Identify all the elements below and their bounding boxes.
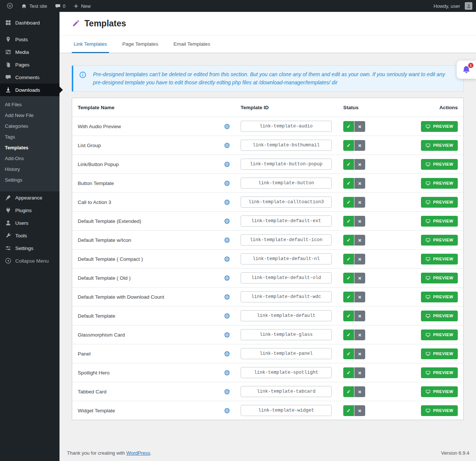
preview-button[interactable]: PREVIEW [421, 178, 458, 189]
status-inactive-button[interactable]: × [354, 216, 365, 227]
tab-link-templates[interactable]: Link Templates [72, 36, 109, 53]
sidebar-item-tools[interactable]: Tools [0, 229, 60, 242]
sidebar-item-media[interactable]: Media [0, 46, 60, 58]
submenu-item-add-new-file[interactable]: Add New File [0, 110, 60, 121]
preview-button[interactable]: PREVIEW [421, 121, 458, 132]
status-active-button[interactable]: ✓ [343, 367, 354, 378]
template-id-input[interactable] [241, 386, 332, 397]
status-active-button[interactable]: ✓ [343, 405, 354, 416]
preview-button[interactable]: PREVIEW [421, 329, 458, 340]
preview-button[interactable]: PREVIEW [421, 140, 458, 151]
sidebar-item-collapse-menu[interactable]: Collapse Menu [0, 254, 60, 267]
tab-email-templates[interactable]: Email Templates [171, 36, 212, 53]
status-inactive-button[interactable]: × [354, 121, 365, 132]
template-id-input[interactable] [241, 405, 332, 416]
tab-page-templates[interactable]: Page Templates [120, 36, 160, 53]
template-id-input[interactable] [241, 121, 332, 132]
status-inactive-button[interactable]: × [354, 367, 365, 378]
status-inactive-button[interactable]: × [354, 311, 365, 321]
preview-button[interactable]: PREVIEW [421, 273, 458, 283]
status-active-button[interactable]: ✓ [343, 121, 354, 132]
status-inactive-button[interactable]: × [354, 140, 365, 151]
sidebar-item-appearance[interactable]: Appearance [0, 191, 60, 204]
template-id-input[interactable] [241, 234, 332, 246]
status-toggle: ✓ × [343, 367, 365, 378]
howdy-account-link[interactable]: Howdy, user [430, 0, 472, 12]
sidebar-item-pages[interactable]: Pages [0, 58, 60, 71]
status-inactive-button[interactable]: × [354, 254, 365, 264]
globe-icon [224, 180, 230, 186]
status-inactive-button[interactable]: × [354, 329, 365, 340]
preview-button[interactable]: PREVIEW [421, 197, 458, 208]
template-id-input[interactable] [241, 272, 332, 283]
preview-button[interactable]: PREVIEW [421, 216, 458, 227]
status-active-button[interactable]: ✓ [343, 140, 354, 151]
template-id-input[interactable] [241, 215, 332, 227]
comments-admin-link[interactable]: 0 [51, 0, 69, 12]
template-id-input[interactable] [241, 348, 332, 359]
template-id-input[interactable] [241, 178, 332, 189]
status-inactive-button[interactable]: × [354, 197, 365, 208]
submenu-item-settings[interactable]: Settings [0, 175, 60, 185]
status-toggle: ✓ × [343, 311, 365, 321]
sidebar-item-posts[interactable]: Posts [0, 33, 60, 46]
sidebar-item-users[interactable]: Users [0, 217, 60, 229]
status-inactive-button[interactable]: × [354, 178, 365, 189]
status-inactive-button[interactable]: × [354, 386, 365, 397]
status-active-button[interactable]: ✓ [343, 197, 354, 208]
status-active-button[interactable]: ✓ [343, 348, 354, 359]
preview-button[interactable]: PREVIEW [421, 254, 458, 264]
status-active-button[interactable]: ✓ [343, 235, 354, 246]
sidebar-item-settings[interactable]: Settings [0, 242, 60, 254]
status-active-button[interactable]: ✓ [343, 178, 354, 189]
status-inactive-button[interactable]: × [354, 273, 365, 283]
preview-button[interactable]: PREVIEW [421, 311, 458, 321]
preview-button[interactable]: PREVIEW [421, 405, 458, 416]
submenu-item-tags[interactable]: Tags [0, 132, 60, 142]
submenu-item-all-files[interactable]: All Files [0, 99, 60, 110]
status-active-button[interactable]: ✓ [343, 386, 354, 397]
preview-button[interactable]: PREVIEW [421, 348, 458, 359]
preview-button[interactable]: PREVIEW [421, 386, 458, 397]
status-active-button[interactable]: ✓ [343, 329, 354, 340]
status-inactive-button[interactable]: × [354, 348, 365, 359]
submenu-item-add-ons[interactable]: Add-Ons [0, 153, 60, 164]
close-icon: × [358, 161, 361, 168]
notifications-button[interactable]: 1 [457, 61, 476, 79]
status-inactive-button[interactable]: × [354, 235, 365, 246]
template-id-input[interactable] [241, 197, 332, 208]
template-id-input[interactable] [241, 140, 332, 151]
status-active-button[interactable]: ✓ [343, 311, 354, 321]
template-id-input[interactable] [241, 310, 332, 321]
submenu-item-templates[interactable]: Templates [0, 142, 60, 153]
sidebar-item-dashboard[interactable]: Dashboard [0, 16, 60, 29]
template-id-input[interactable] [241, 329, 332, 340]
preview-button[interactable]: PREVIEW [421, 235, 458, 246]
status-inactive-button[interactable]: × [354, 405, 365, 416]
template-id-input[interactable] [241, 291, 332, 302]
new-content-link[interactable]: New [69, 0, 94, 12]
wordpress-logo-icon[interactable]: W [3, 0, 17, 12]
status-active-button[interactable]: ✓ [343, 254, 354, 264]
preview-button[interactable]: PREVIEW [421, 292, 458, 302]
sidebar-item-comments[interactable]: Comments [0, 71, 60, 84]
preview-button[interactable]: PREVIEW [421, 367, 458, 378]
status-active-button[interactable]: ✓ [343, 292, 354, 302]
sidebar-item-downloads[interactable]: Downloads [0, 84, 60, 96]
status-inactive-button[interactable]: × [354, 292, 365, 302]
globe-icon [224, 370, 230, 376]
table-row: Default Template ( Old ) ✓ × PREVIEW [72, 268, 463, 287]
submenu-item-history[interactable]: History [0, 164, 60, 175]
status-active-button[interactable]: ✓ [343, 273, 354, 283]
template-id-input[interactable] [241, 253, 332, 264]
template-id-input[interactable] [241, 367, 332, 378]
status-active-button[interactable]: ✓ [343, 159, 354, 170]
template-id-input[interactable] [241, 159, 332, 170]
site-home-link[interactable]: Test site [17, 0, 51, 12]
status-inactive-button[interactable]: × [354, 159, 365, 170]
submenu-item-categories[interactable]: Categories [0, 121, 60, 132]
sidebar-item-plugins[interactable]: Plugins [0, 204, 60, 217]
preview-button[interactable]: PREVIEW [421, 159, 458, 170]
wordpress-link[interactable]: WordPress [126, 450, 150, 456]
status-active-button[interactable]: ✓ [343, 216, 354, 227]
